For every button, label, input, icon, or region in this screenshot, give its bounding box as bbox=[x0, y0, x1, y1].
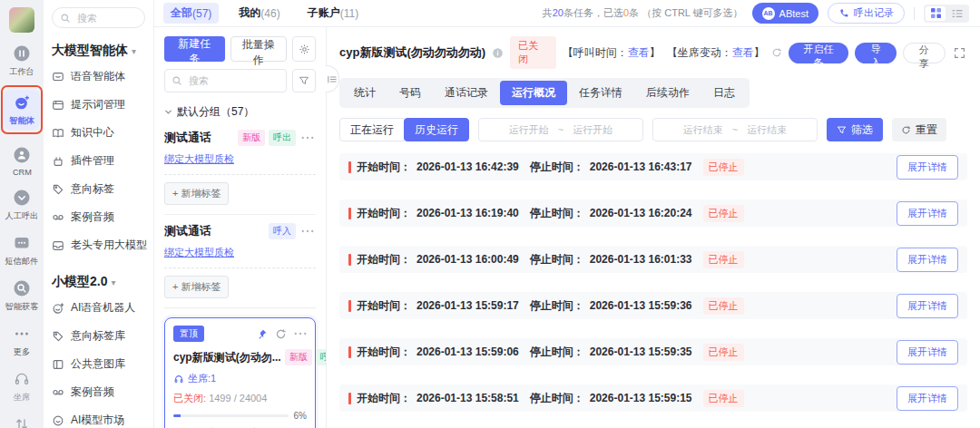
run-end-range-input[interactable]: 运行结束~运行结束 bbox=[652, 118, 818, 141]
stopped-badge: 已停止 bbox=[703, 344, 744, 361]
list-view-button[interactable] bbox=[947, 6, 967, 21]
sidebar-section-title-small-model[interactable]: 小模型2.0 ▾ bbox=[52, 274, 145, 290]
rail-item-workbench[interactable]: 工作台 bbox=[8, 44, 35, 78]
task-item[interactable]: 测试通话 新版 呼出 绑定大模型质检 + 新增标签 bbox=[164, 122, 316, 207]
abtest-button[interactable]: AB ABtest bbox=[752, 3, 818, 24]
more-options-icon[interactable] bbox=[299, 228, 316, 235]
tab-all-tasks[interactable]: 全部 (57) bbox=[163, 3, 219, 24]
crm-icon bbox=[13, 146, 31, 164]
filter-tasks-button[interactable] bbox=[292, 69, 316, 92]
sidebar-item[interactable]: 老头专用大模型 bbox=[52, 231, 145, 259]
sidebar-item[interactable]: AI语音机器人 bbox=[52, 294, 145, 322]
sidebar-section-small-model-items: AI语音机器人 意向标签库 公共意图库 案例音频 bbox=[52, 294, 145, 428]
sidebar-item[interactable]: 提示词管理 bbox=[52, 91, 145, 119]
batch-operations-button[interactable]: 批量操作 bbox=[230, 36, 288, 62]
expand-details-button[interactable]: 展开详情 bbox=[897, 340, 958, 365]
tab-my-tasks[interactable]: 我的 (46) bbox=[231, 3, 287, 24]
sidebar-item[interactable]: 插件管理 bbox=[52, 147, 145, 175]
group-header-default[interactable]: 默认分组（57） bbox=[164, 104, 316, 120]
sidebar-section-title-llm[interactable]: 大模型智能体 ▾ bbox=[52, 43, 145, 59]
plugin-icon bbox=[52, 155, 64, 168]
expand-details-button[interactable]: 展开详情 bbox=[897, 248, 958, 272]
expand-details-button[interactable]: 展开详情 bbox=[897, 155, 958, 180]
fullscreen-icon[interactable] bbox=[952, 45, 967, 61]
sidebar-item-label: 插件管理 bbox=[71, 153, 114, 169]
running-now-button[interactable]: 正在运行 bbox=[339, 118, 405, 141]
refresh-icon[interactable] bbox=[275, 328, 287, 340]
tab-call-records[interactable]: 通话记录 bbox=[433, 81, 500, 105]
grid-view-button[interactable] bbox=[926, 6, 946, 21]
start-time-label: 开始时间： bbox=[357, 298, 411, 314]
expand-details-button[interactable]: 展开详情 bbox=[897, 201, 958, 226]
task-item[interactable]: 测试通话 呼入 绑定大模型质检 + 新增标签 bbox=[164, 215, 316, 300]
call-log-button[interactable]: 呼出记录 bbox=[828, 3, 905, 24]
sidebar-item[interactable]: 案例音频 bbox=[52, 203, 145, 231]
task-search-input[interactable] bbox=[187, 74, 279, 87]
sidebar-item[interactable]: 知识中心 bbox=[52, 119, 145, 147]
user-avatar[interactable] bbox=[9, 7, 34, 33]
bind-qc-link[interactable]: 绑定大模型质检 bbox=[164, 246, 234, 259]
expand-details-button[interactable]: 展开详情 bbox=[897, 294, 958, 318]
rail-item-lead-gen[interactable]: 智能获客 bbox=[4, 279, 40, 313]
rail-item-agent[interactable]: 智能体 bbox=[4, 90, 40, 130]
view-seat-change-link[interactable]: 查看 bbox=[732, 46, 754, 59]
tab-numbers[interactable]: 号码 bbox=[387, 81, 433, 105]
sidebar-search[interactable] bbox=[52, 7, 145, 28]
task-search[interactable] bbox=[164, 69, 287, 92]
tab-logs[interactable]: 日志 bbox=[701, 81, 747, 105]
import-button[interactable]: 导入 bbox=[855, 43, 896, 63]
start-time-label: 开始时间： bbox=[357, 206, 411, 221]
settings-button[interactable] bbox=[292, 36, 316, 62]
row-accent-bar bbox=[348, 161, 351, 173]
row-accent-bar bbox=[348, 254, 351, 266]
task-title: 测试通话 bbox=[164, 223, 211, 239]
sidebar-item[interactable]: 语音智能体 bbox=[52, 63, 145, 91]
info-icon[interactable] bbox=[492, 47, 504, 59]
add-tag-button[interactable]: + 新增标签 bbox=[164, 276, 229, 298]
run-start-range-input[interactable]: 运行开始~运行开始 bbox=[478, 118, 643, 141]
selected-task-card[interactable]: 置顶 cyp新版测试(勿动勿... 新版 呼出 坐席:1 bbox=[164, 317, 316, 428]
top-bar: 全部 (57) 我的 (46) 子账户 (11) 共20条任务，已选0条 （按 … bbox=[154, 0, 980, 27]
sidebar-item[interactable]: AI模型市场 bbox=[52, 406, 145, 428]
sidebar-item-label: 老头专用大模型 bbox=[71, 238, 147, 253]
headset-icon bbox=[13, 370, 31, 388]
more-options-icon[interactable] bbox=[299, 134, 316, 141]
rail-item-crm[interactable]: CRM bbox=[12, 146, 33, 177]
bind-qc-link[interactable]: 绑定大模型质检 bbox=[164, 152, 234, 166]
sidebar-section-llm-items: 语音智能体 提示词管理 知识中心 插件管理 bbox=[52, 63, 145, 259]
stop-time-value: 2026-01-13 16:01:33 bbox=[590, 253, 692, 266]
sidebar-item-label: AI模型市场 bbox=[71, 413, 124, 428]
tab-follow-up-actions[interactable]: 后续动作 bbox=[634, 81, 701, 105]
stopped-badge: 已停止 bbox=[703, 297, 744, 315]
sidebar-item[interactable]: 意向标签 bbox=[52, 175, 145, 203]
more-options-icon[interactable] bbox=[294, 332, 307, 336]
badge-outbound: 呼出 bbox=[316, 349, 327, 365]
rail-item-lines[interactable]: 线路 bbox=[13, 415, 31, 428]
expand-details-button[interactable]: 展开详情 bbox=[897, 386, 958, 411]
history-runs-button[interactable]: 历史运行 bbox=[404, 118, 469, 141]
sidebar-item[interactable]: 意向标签库 bbox=[52, 322, 145, 350]
rail-item-more[interactable]: 更多 bbox=[13, 325, 31, 358]
new-task-button[interactable]: 新建任务 bbox=[164, 36, 225, 62]
pin-icon[interactable] bbox=[256, 328, 268, 340]
share-button[interactable]: 分享 bbox=[903, 43, 946, 63]
tab-sub-accounts[interactable]: 子账户 (11) bbox=[300, 3, 366, 24]
filter-button[interactable]: 筛选 bbox=[827, 118, 883, 141]
tab-task-details[interactable]: 任务详情 bbox=[567, 81, 634, 105]
tag-icon bbox=[52, 330, 64, 343]
add-tag-button[interactable]: + 新增标签 bbox=[164, 182, 229, 205]
pinned-badge: 置顶 bbox=[173, 326, 204, 342]
start-task-button[interactable]: 开启任务 bbox=[789, 43, 849, 63]
sidebar-item[interactable]: 案例音频 bbox=[52, 378, 145, 406]
sidebar-search-input[interactable] bbox=[75, 12, 139, 24]
view-call-time-link[interactable]: 查看 bbox=[628, 46, 650, 59]
reset-button[interactable]: 重置 bbox=[892, 118, 946, 141]
rail-item-sms-mail[interactable]: 短信邮件 bbox=[4, 234, 40, 268]
tab-run-overview[interactable]: 运行概况 bbox=[500, 81, 567, 105]
manual-call-icon bbox=[13, 189, 31, 207]
rail-item-seat[interactable]: 坐席 bbox=[13, 370, 31, 404]
rail-item-manual-call[interactable]: 人工呼出 bbox=[4, 189, 40, 222]
tab-statistics[interactable]: 统计 bbox=[342, 81, 387, 105]
sidebar-item[interactable]: 公共意图库 bbox=[52, 350, 145, 378]
refresh-icon[interactable] bbox=[771, 47, 782, 58]
